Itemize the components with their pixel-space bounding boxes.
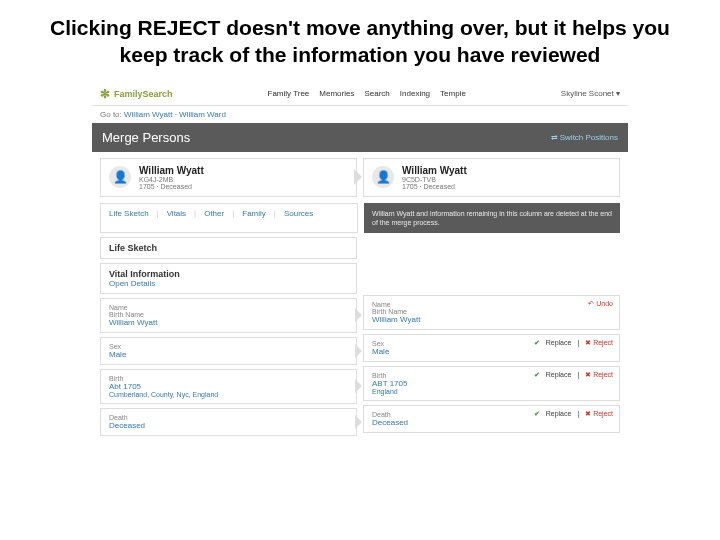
person-card-left: 👤 William Wyatt KG4J-2MB 1705 · Deceased: [100, 158, 357, 197]
nav-memories[interactable]: Memories: [319, 89, 354, 98]
replace-button[interactable]: Replace: [546, 371, 572, 378]
person-status: 1705 · Deceased: [139, 183, 204, 190]
birth-panel: Birth Abt 1705 Cumberland, County, Nyc, …: [100, 369, 357, 404]
switch-positions-link[interactable]: Switch Positions: [551, 133, 618, 142]
field-label: Sex: [109, 343, 348, 350]
nav-search[interactable]: Search: [364, 89, 389, 98]
tab-life-sketch[interactable]: Life Sketch: [109, 209, 149, 227]
compare-columns: Life Sketch Vital Information Open Detai…: [92, 237, 628, 444]
breadcrumb: Go to: William Wyatt · William Ward: [92, 106, 628, 123]
person-card-right: 👤 William Wyatt 9C5D-TVB 1705 · Deceased: [363, 158, 620, 197]
open-details-link[interactable]: Open Details: [109, 279, 348, 288]
panel-title: Life Sketch: [109, 243, 348, 253]
field-label: Name: [372, 301, 611, 308]
person-icon: 👤: [372, 166, 394, 188]
tab-other[interactable]: Other: [204, 209, 224, 227]
row-actions: ✔ Replace| ✖ Reject: [534, 339, 613, 347]
field-value: Deceased: [109, 421, 348, 430]
left-column: Life Sketch Vital Information Open Detai…: [100, 237, 357, 436]
field-label: Birth: [109, 375, 348, 382]
arrow-icon: [355, 415, 362, 429]
section-tabs: Life Sketch| Vitals| Other| Family| Sour…: [100, 203, 358, 233]
sex-panel-right: ✔ Replace| ✖ Reject Sex Male: [363, 334, 620, 362]
field-sub: England: [372, 388, 611, 395]
page-title: Merge Persons: [102, 130, 190, 145]
logo[interactable]: ✻ FamilySearch: [100, 87, 173, 101]
tab-vitals[interactable]: Vitals: [167, 209, 186, 227]
death-panel-right: ✔ Replace| ✖ Reject Death Deceased: [363, 405, 620, 433]
birth-panel-right: ✔ Replace| ✖ Reject Birth ABT 1705 Engla…: [363, 366, 620, 401]
field-label: Death: [109, 414, 348, 421]
field-label: Birth Name: [372, 308, 611, 315]
arrow-icon: [355, 344, 362, 358]
right-column: ↶ Undo Name Birth Name William Wyatt ✔ R…: [363, 237, 620, 436]
reject-button[interactable]: ✖ Reject: [585, 371, 613, 379]
field-label: Birth Name: [109, 311, 348, 318]
merge-note: William Wyatt and information remaining …: [364, 203, 620, 233]
tab-sources[interactable]: Sources: [284, 209, 313, 227]
undo-button[interactable]: ↶ Undo: [588, 300, 613, 308]
person-name[interactable]: William Wyatt: [139, 165, 204, 176]
person-id: KG4J-2MB: [139, 176, 204, 183]
check-icon: ✔: [534, 410, 540, 418]
reject-button[interactable]: ✖ Reject: [585, 410, 613, 418]
panel-title: Vital Information: [109, 269, 348, 279]
arrow-icon: [355, 379, 362, 393]
app-screenshot: ✻ FamilySearch Family Tree Memories Sear…: [92, 83, 628, 444]
check-icon: ✔: [534, 339, 540, 347]
tab-family[interactable]: Family: [242, 209, 266, 227]
life-sketch-panel: Life Sketch: [100, 237, 357, 259]
reject-button[interactable]: ✖ Reject: [585, 339, 613, 347]
replace-button[interactable]: Replace: [546, 339, 572, 346]
death-panel: Death Deceased: [100, 408, 357, 436]
field-value: William Wyatt: [372, 315, 611, 324]
nav-indexing[interactable]: Indexing: [400, 89, 430, 98]
name-panel: Name Birth Name William Wyatt: [100, 298, 357, 333]
field-value: Male: [372, 347, 611, 356]
nav-family-tree[interactable]: Family Tree: [268, 89, 310, 98]
sex-panel: Sex Male: [100, 337, 357, 365]
breadcrumb-link[interactable]: William Wyatt: [124, 110, 172, 119]
replace-button[interactable]: Replace: [546, 410, 572, 417]
row-actions: ✔ Replace| ✖ Reject: [534, 371, 613, 379]
field-value: William Wyatt: [109, 318, 348, 327]
breadcrumb-link-alt[interactable]: William Ward: [179, 110, 226, 119]
field-value: Male: [109, 350, 348, 359]
topbar: ✻ FamilySearch Family Tree Memories Sear…: [92, 83, 628, 106]
slide-title: Clicking REJECT doesn't move anything ov…: [0, 0, 720, 75]
page-header: Merge Persons Switch Positions: [92, 123, 628, 152]
row-actions: ✔ Replace| ✖ Reject: [534, 410, 613, 418]
arrow-icon: [355, 308, 362, 322]
main-nav: Family Tree Memories Search Indexing Tem…: [268, 89, 466, 98]
persons-row: 👤 William Wyatt KG4J-2MB 1705 · Deceased…: [92, 152, 628, 203]
person-id: 9C5D-TVB: [402, 176, 467, 183]
person-status: 1705 · Deceased: [402, 183, 467, 190]
breadcrumb-label: Go to:: [100, 110, 122, 119]
undo-icon: ↶: [588, 300, 594, 307]
field-sub: Cumberland, County, Nyc, England: [109, 391, 348, 398]
user-menu[interactable]: Skyline Sconet ▾: [561, 89, 620, 98]
person-name[interactable]: William Wyatt: [402, 165, 467, 176]
tree-icon: ✻: [100, 87, 110, 101]
field-value: Abt 1705: [109, 382, 348, 391]
check-icon: ✔: [534, 371, 540, 379]
field-value: ABT 1705: [372, 379, 611, 388]
field-label: Name: [109, 304, 348, 311]
nav-temple[interactable]: Temple: [440, 89, 466, 98]
vital-info-panel: Vital Information Open Details: [100, 263, 357, 294]
arrow-icon: [354, 169, 362, 185]
person-icon: 👤: [109, 166, 131, 188]
logo-text: FamilySearch: [114, 89, 173, 99]
name-panel-right: ↶ Undo Name Birth Name William Wyatt: [363, 295, 620, 330]
field-value: Deceased: [372, 418, 611, 427]
